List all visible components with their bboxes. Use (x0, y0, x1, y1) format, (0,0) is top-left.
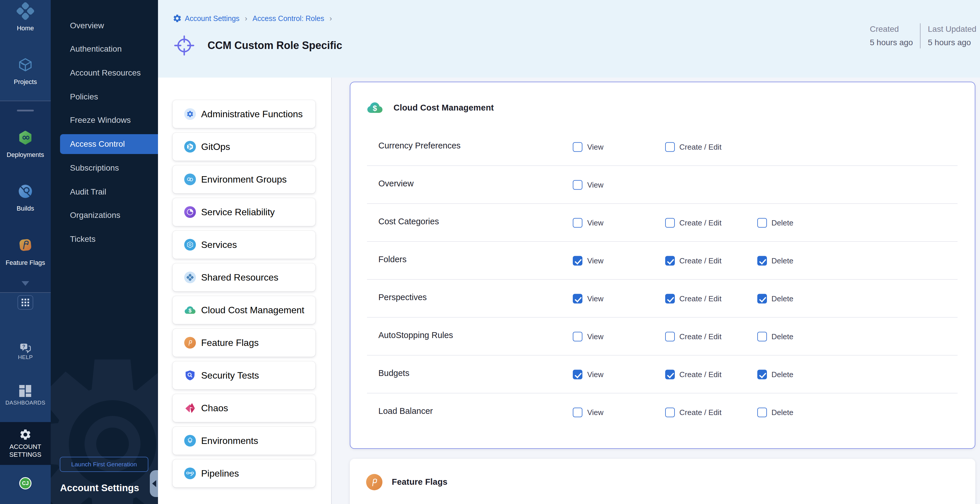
svg-text:$: $ (373, 104, 377, 113)
svg-text:?: ? (22, 344, 25, 349)
svg-text:$: $ (189, 308, 192, 314)
